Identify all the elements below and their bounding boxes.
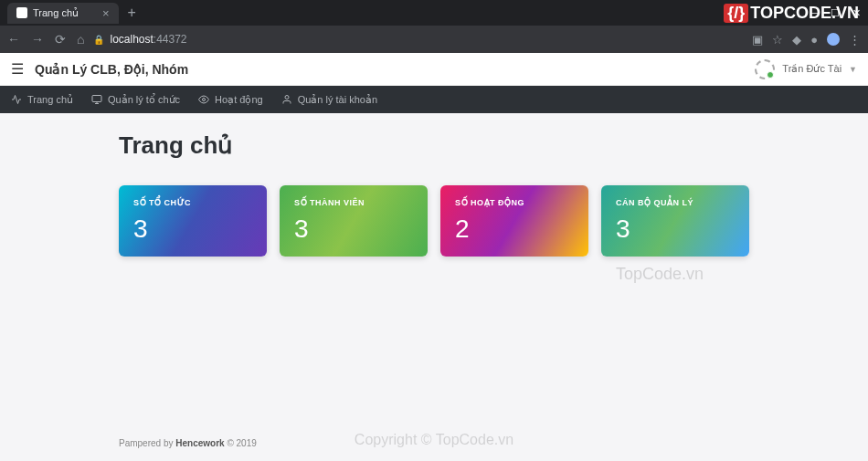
forward-button[interactable]: → bbox=[31, 32, 44, 47]
card-manager-count[interactable]: CÁN BỘ QUẢN LÝ 3 bbox=[601, 185, 749, 257]
menu-toggle-button[interactable]: ☰ bbox=[11, 60, 24, 78]
dashboard-cards: SỐ TỔ CHỨC 3 SỐ THÀNH VIÊN 3 SỐ HOẠT ĐỘN… bbox=[119, 185, 749, 257]
profile-avatar-icon[interactable] bbox=[827, 33, 840, 46]
close-icon[interactable]: × bbox=[102, 6, 110, 20]
footer: Pampered by Hencework © 2019 bbox=[119, 438, 257, 448]
user-icon bbox=[281, 94, 292, 105]
nav-label: Quản lý tổ chức bbox=[108, 94, 180, 106]
brand-bracket-icon: {/} bbox=[724, 4, 748, 23]
url-port: :44372 bbox=[153, 33, 187, 46]
browser-tab[interactable]: Trang chủ × bbox=[7, 3, 119, 24]
favicon-icon bbox=[16, 7, 27, 18]
footer-prefix: Pampered by bbox=[119, 438, 175, 448]
extension3-icon[interactable]: ● bbox=[810, 33, 818, 47]
nav-label: Trang chủ bbox=[27, 94, 73, 106]
card-org-count[interactable]: SỐ TỔ CHỨC 3 bbox=[119, 185, 267, 257]
nav-menu: Trang chủ Quản lý tổ chức Hoạt động Quản… bbox=[0, 86, 868, 113]
footer-suffix: © 2019 bbox=[225, 438, 257, 448]
card-label: SỐ TỔ CHỨC bbox=[133, 198, 252, 207]
reload-button[interactable]: ⟳ bbox=[55, 32, 66, 47]
nav-item-account[interactable]: Quản lý tài khoản bbox=[281, 94, 377, 106]
star-icon[interactable]: ☆ bbox=[772, 33, 783, 47]
user-avatar-icon bbox=[755, 59, 775, 79]
back-button[interactable]: ← bbox=[7, 32, 20, 47]
lock-icon: 🔒 bbox=[93, 35, 104, 45]
chevron-down-icon: ▼ bbox=[849, 65, 857, 74]
card-member-count[interactable]: SỐ THÀNH VIÊN 3 bbox=[280, 185, 428, 257]
app-title: Quản Lý CLB, Đội, Nhóm bbox=[35, 62, 188, 77]
extension-icon[interactable]: ▣ bbox=[752, 33, 763, 47]
new-tab-button[interactable]: + bbox=[119, 5, 145, 21]
card-value: 3 bbox=[616, 215, 735, 244]
monitor-icon bbox=[91, 94, 102, 105]
nav-item-activity[interactable]: Hoạt động bbox=[198, 94, 263, 106]
nav-label: Hoạt động bbox=[215, 94, 263, 106]
svg-point-4 bbox=[285, 96, 289, 100]
watermark-1: TopCode.vn bbox=[616, 265, 704, 284]
card-label: CÁN BỘ QUẢN LÝ bbox=[616, 198, 735, 207]
eye-icon bbox=[198, 94, 209, 105]
address-bar: ← → ⟳ ⌂ 🔒 localhost:44372 ▣ ☆ ◆ ● ⋮ bbox=[0, 26, 868, 53]
extension2-icon[interactable]: ◆ bbox=[792, 33, 801, 47]
user-name: Trần Đức Tài bbox=[782, 63, 842, 75]
addr-right: ▣ ☆ ◆ ● ⋮ bbox=[752, 33, 861, 47]
card-label: SỐ HOẠT ĐỘNG bbox=[455, 198, 574, 207]
main-content: Trang chủ SỐ TỔ CHỨC 3 SỐ THÀNH VIÊN 3 S… bbox=[0, 113, 868, 275]
card-value: 3 bbox=[294, 215, 413, 244]
nav-item-org[interactable]: Quản lý tổ chức bbox=[91, 94, 180, 106]
card-activity-count[interactable]: SỐ HOẠT ĐỘNG 2 bbox=[440, 185, 588, 257]
nav-item-home[interactable]: Trang chủ bbox=[11, 94, 73, 106]
url-host: localhost bbox=[110, 33, 153, 46]
svg-point-3 bbox=[203, 99, 206, 101]
page-title: Trang chủ bbox=[119, 131, 749, 160]
url-input[interactable]: 🔒 localhost:44372 bbox=[93, 33, 743, 46]
tab-title: Trang chủ bbox=[33, 7, 79, 19]
menu-icon[interactable]: ⋮ bbox=[849, 33, 861, 47]
nav-label: Quản lý tài khoản bbox=[298, 94, 377, 106]
brand-text: TOPCODE.VN bbox=[750, 4, 859, 23]
card-label: SỐ THÀNH VIÊN bbox=[294, 198, 413, 207]
nav-arrows: ← → ⟳ ⌂ bbox=[7, 32, 84, 47]
card-value: 3 bbox=[133, 215, 252, 244]
card-value: 2 bbox=[455, 215, 574, 244]
watermark-2: Copyright © TopCode.vn bbox=[355, 432, 513, 448]
activity-icon bbox=[11, 94, 22, 105]
footer-brand[interactable]: Hencework bbox=[175, 438, 224, 448]
header-user[interactable]: Trần Đức Tài ▼ bbox=[755, 59, 857, 79]
app-header: ☰ Quản Lý CLB, Đội, Nhóm Trần Đức Tài ▼ bbox=[0, 53, 868, 86]
svg-rect-0 bbox=[92, 96, 101, 102]
brand-logo: {/} TOPCODE.VN bbox=[724, 4, 859, 23]
home-button[interactable]: ⌂ bbox=[77, 32, 84, 47]
